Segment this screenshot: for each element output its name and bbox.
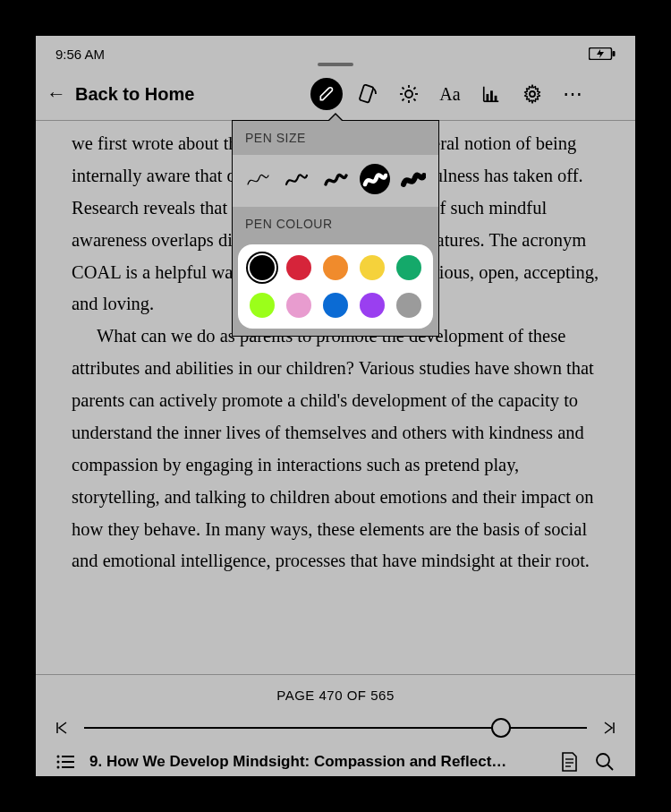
svg-rect-2 [360, 84, 374, 103]
more-icon: ⋯ [563, 82, 584, 106]
pen-size-option-1[interactable] [242, 164, 273, 194]
back-button[interactable]: ← Back to Home [47, 82, 194, 106]
slider-thumb[interactable] [491, 718, 511, 738]
toolbar-right: Aa ⋯ [308, 72, 592, 116]
colour-swatch-5[interactable] [396, 255, 421, 280]
more-button[interactable]: ⋯ [555, 75, 592, 113]
svg-rect-16 [495, 96, 497, 101]
svg-point-3 [405, 90, 412, 98]
svg-point-17 [530, 91, 535, 97]
toc-button[interactable] [54, 749, 79, 774]
colour-swatch-6[interactable] [250, 293, 275, 318]
brightness-button[interactable] [390, 75, 428, 113]
svg-rect-15 [490, 90, 493, 101]
colour-swatch-1[interactable] [250, 255, 275, 280]
chapter-title[interactable]: 9. How We Develop Mindsight: Compassion … [89, 753, 546, 771]
settings-button[interactable] [514, 75, 551, 113]
top-toolbar: ← Back to Home Aa [36, 72, 635, 116]
paragraph-2: What can we do as parents to promote the… [72, 321, 599, 577]
stats-button[interactable] [472, 75, 510, 113]
svg-point-21 [57, 761, 60, 764]
rotation-icon [357, 83, 378, 105]
pen-popover: PEN SIZE PEN COLOUR [232, 120, 439, 337]
pen-size-option-5[interactable] [398, 164, 429, 194]
colour-swatch-2[interactable] [286, 255, 311, 280]
gear-icon [522, 83, 543, 105]
colour-swatch-3[interactable] [323, 255, 348, 280]
svg-rect-1 [613, 51, 616, 56]
pen-icon [310, 78, 343, 110]
colour-swatch-9[interactable] [360, 293, 385, 318]
svg-point-22 [57, 766, 60, 769]
rotation-lock-button[interactable] [349, 75, 386, 113]
colour-swatch-7[interactable] [286, 293, 311, 318]
pen-size-option-4[interactable] [360, 164, 390, 194]
stats-icon [481, 84, 501, 104]
search-button[interactable] [592, 749, 617, 774]
back-arrow-icon: ← [47, 82, 66, 106]
pen-colour-grid [238, 244, 433, 329]
svg-rect-14 [487, 94, 489, 101]
pen-size-row [233, 155, 438, 207]
footer: PAGE 470 OF 565 9. How We Develop Mindsi… [36, 675, 635, 776]
pen-size-header: PEN SIZE [233, 121, 438, 155]
progress-slider[interactable] [84, 719, 587, 737]
svg-line-9 [413, 98, 415, 100]
pen-tool-button[interactable] [308, 75, 345, 113]
progress-row [54, 719, 617, 737]
svg-line-11 [413, 88, 415, 90]
svg-line-10 [403, 98, 404, 100]
next-chapter-button[interactable] [599, 719, 617, 737]
chapter-row: 9. How We Develop Mindsight: Compassion … [54, 749, 617, 774]
svg-point-20 [57, 756, 60, 758]
pen-colour-header: PEN COLOUR [233, 207, 438, 241]
colour-swatch-10[interactable] [396, 293, 421, 318]
sun-icon [398, 83, 420, 105]
svg-point-29 [597, 754, 609, 766]
page-count: PAGE 470 OF 565 [54, 688, 617, 703]
status-bar: 9:56 AM [36, 36, 635, 72]
slider-track [84, 727, 587, 729]
pen-size-option-3[interactable] [320, 164, 351, 194]
drag-handle[interactable] [318, 63, 353, 66]
back-label: Back to Home [75, 84, 194, 105]
svg-line-8 [403, 88, 404, 90]
reader-screen: 9:56 AM ← Back to Home [36, 36, 635, 776]
clock: 9:56 AM [55, 47, 105, 62]
svg-line-30 [607, 765, 613, 770]
font-icon: Aa [439, 84, 460, 105]
colour-swatch-8[interactable] [323, 293, 348, 318]
notes-button[interactable] [556, 749, 582, 774]
prev-chapter-button[interactable] [54, 719, 72, 737]
font-button[interactable]: Aa [431, 75, 469, 113]
colour-swatch-4[interactable] [360, 255, 385, 280]
battery-icon [589, 47, 616, 60]
pen-size-option-2[interactable] [281, 164, 311, 194]
